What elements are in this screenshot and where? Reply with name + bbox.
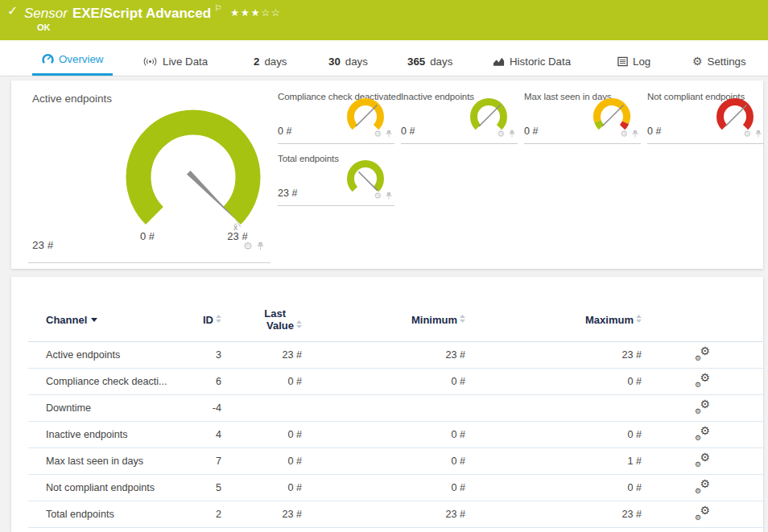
channel-id: 4 [177,422,221,448]
tab-label: days [430,56,452,68]
sort-icon [460,315,465,323]
gauge-panel[interactable]: Not compliant endpoints 0 # ⚙ [647,92,764,144]
channel-name[interactable]: Active endpoints [28,342,177,369]
gear-icon[interactable]: ⚙ [743,130,751,138]
channel-settings-icon[interactable]: ⚙⚙ [695,454,710,467]
divider [28,262,270,263]
sort-icon [216,315,221,323]
tab-2-days[interactable]: 2 days [244,47,297,76]
gauge-scale-min: 0 # [123,230,171,242]
table-row: Max last seen in days 7 0 # 0 # 1 # ⚙⚙ [28,448,763,475]
header-minimum[interactable]: Minimum [302,277,465,342]
object-kind-label: Sensor [24,6,68,21]
tab-label: Overview [59,53,103,65]
tab-settings[interactable]: ⚙ Settings [683,47,756,76]
header-channel[interactable]: Channel [28,277,177,342]
header-label: Value [266,320,294,332]
gauge-value: 0 # [401,126,415,137]
channel-settings-icon[interactable]: ⚙⚙ [695,507,710,520]
tab-overview[interactable]: Overview [32,44,113,76]
header-id[interactable]: ID [177,277,221,342]
header-maximum[interactable]: Maximum [465,277,642,342]
tab-number: 30 [328,56,341,68]
pin-icon[interactable] [385,192,393,200]
header-label: Channel [46,314,87,326]
sensor-status-badge: OK [37,23,51,32]
header-label: Last [221,307,302,320]
pin-icon[interactable] [385,130,393,138]
gauge-value: 23 # [278,188,297,199]
gauge-value: 0 # [647,126,661,137]
channel-settings-icon[interactable]: ⚙⚙ [695,480,710,493]
pin-icon[interactable] [508,130,516,138]
gauge-title: Total endpoints [278,154,339,163]
tab-live-data[interactable]: Live Data [133,47,217,76]
priority-stars[interactable]: ★★★☆☆ [230,7,282,19]
gauge-panel[interactable]: Total endpoints 23 # ⚙ [278,154,394,206]
gauge-value: 0 # [524,126,538,137]
channel-settings-icon[interactable]: ⚙⚙ [695,427,710,440]
table-row: Inactive endpoints 4 0 # 0 # 0 # ⚙⚙ [28,422,763,448]
table-row: Active endpoints 3 23 # 23 # 23 # ⚙⚙ [28,342,763,369]
pin-icon[interactable] [754,130,762,138]
sensor-header: ✓ SensorEXE/Script Advanced⚐★★★☆☆ OK [0,0,768,40]
gear-icon[interactable]: ⚙ [374,130,382,138]
tab-label: days [345,56,368,68]
gauge-title: Active endpoints [32,93,112,105]
table-row: Compliance check deacti... 6 0 # 0 # 0 #… [28,369,763,395]
pin-icon[interactable] [631,130,639,138]
gauge-panel[interactable]: Inactive endpoints 0 # ⚙ [401,92,518,144]
channel-name[interactable]: Total endpoints [28,501,177,528]
channel-settings-icon[interactable]: ⚙⚙ [695,374,710,387]
channel-minimum: 0 # [302,422,465,448]
header-label: ID [203,314,213,326]
flag-icon[interactable]: ⚐ [214,3,222,13]
gauge-value: 23 # [32,239,53,251]
gauges-card: Active endpoints 0 # 23 # x̄ 23 # ⚙ Comp… [11,80,763,269]
status-check-icon: ✓ [7,3,18,19]
sort-icon [296,320,302,328]
channel-settings-icon[interactable]: ⚙⚙ [695,401,710,414]
tab-365-days[interactable]: 365 days [398,47,462,76]
channel-minimum [302,395,465,422]
channel-name[interactable]: Max last seen in days [28,448,177,475]
channel-settings-icon[interactable]: ⚙⚙ [695,348,710,361]
channel-maximum: 0 # [465,475,642,501]
tab-historic-data[interactable]: Historic Data [483,47,580,76]
gear-icon[interactable]: ⚙ [374,192,382,200]
tab-label: Historic Data [510,56,571,68]
channel-last-value: 0 # [221,422,302,448]
pin-icon[interactable] [256,241,265,251]
channel-maximum: 0 # [465,369,642,395]
channel-last-value: 23 # [221,501,302,528]
channel-name[interactable]: Downtime [28,395,177,422]
channel-maximum: 23 # [465,342,642,369]
settings-icon: ⚙ [692,56,703,67]
channel-id: 3 [177,342,221,369]
channel-name[interactable]: Inactive endpoints [28,422,177,448]
table-row: Downtime -4 ⚙⚙ [28,395,763,422]
channel-last-value: 0 # [221,475,302,501]
gauge-panel[interactable]: Max last seen in days 0 # ⚙ [524,92,641,144]
header-actions [642,277,763,342]
tab-30-days[interactable]: 30 days [319,47,378,76]
header-last-value[interactable]: Last Value [221,277,302,342]
channel-name[interactable]: Not compliant endpoints [28,475,177,501]
live-data-icon [142,56,158,67]
table-row: Not compliant endpoints 5 0 # 0 # 0 # ⚙⚙ [28,475,763,501]
channel-table: Channel ID Last Value Minimum Maximum [28,277,763,528]
gear-icon[interactable]: ⚙ [620,130,628,138]
small-gauges-grid: Compliance check deactivated 0 # ⚙ Inact… [278,92,763,206]
gauge-panel[interactable]: Compliance check deactivated 0 # ⚙ [278,92,394,144]
gear-icon[interactable]: ⚙ [497,130,505,138]
channel-maximum: 1 # [465,448,642,475]
channel-name[interactable]: Compliance check deacti... [28,369,177,395]
channel-id: 5 [177,475,221,501]
channel-last-value: 23 # [221,342,302,369]
sort-icon [636,315,642,323]
table-header-row: Channel ID Last Value Minimum Maximum [28,277,763,342]
tab-log[interactable]: Log [608,47,660,76]
channel-minimum: 0 # [302,448,465,475]
channel-minimum: 23 # [302,342,465,369]
gear-icon[interactable]: ⚙ [243,241,253,251]
